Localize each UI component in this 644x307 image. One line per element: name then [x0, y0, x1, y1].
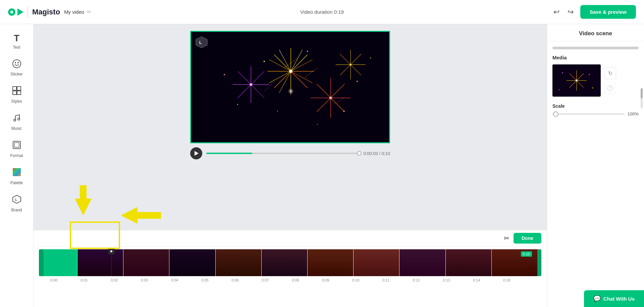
- sidebar-item-text[interactable]: T Text: [3, 30, 30, 53]
- media-thumbnail[interactable]: [552, 64, 601, 97]
- scale-slider-fill: [552, 113, 624, 115]
- svg-rect-6: [17, 91, 21, 95]
- refresh-media-button[interactable]: ↻: [604, 67, 616, 79]
- video-title-area: My video ✏: [64, 9, 91, 15]
- timeline-frame: [77, 249, 123, 276]
- sidebar-item-label-sticker: Sticker: [10, 72, 23, 76]
- time-mark-5: 0:05: [190, 278, 220, 282]
- timeline-frame: [262, 249, 307, 276]
- svg-point-8: [18, 118, 20, 120]
- scale-section-label: Scale: [552, 103, 639, 109]
- svg-point-40: [250, 83, 252, 86]
- svg-point-1: [15, 62, 16, 63]
- save-preview-button[interactable]: Save & preview: [580, 5, 636, 19]
- svg-point-2: [17, 62, 19, 63]
- bottom-toolbar: ✂ Done: [34, 230, 547, 247]
- palette-icon: [12, 167, 21, 179]
- header-left: Magisto My video ✏: [8, 6, 91, 18]
- text-icon: T: [14, 33, 19, 44]
- svg-point-58: [350, 64, 352, 66]
- right-panel-scrollbar[interactable]: [641, 88, 643, 108]
- svg-rect-15: [191, 32, 389, 142]
- scale-value: 100%: [628, 111, 639, 116]
- sidebar-item-palette[interactable]: Palette: [3, 164, 30, 189]
- timeline-frame: [354, 249, 399, 276]
- timeline-frames: 0:10: [44, 249, 537, 276]
- sidebar-item-brand[interactable]: L Brand: [3, 191, 30, 216]
- svg-point-49: [329, 97, 332, 99]
- sidebar-item-format[interactable]: Format: [3, 137, 30, 161]
- time-mark-6: 0:06: [220, 278, 250, 282]
- playhead-handle: [108, 248, 115, 254]
- timeline-left-handle[interactable]: [39, 249, 44, 276]
- chat-with-us-button[interactable]: 💬 Chat With Us: [584, 290, 644, 307]
- sidebar-item-label-music: Music: [11, 126, 22, 131]
- svg-point-90: [592, 88, 593, 89]
- refresh-icon: ↻: [608, 70, 612, 76]
- timeline-frame: [399, 249, 445, 276]
- chat-icon: 💬: [593, 295, 601, 302]
- svg-rect-4: [17, 87, 21, 90]
- svg-point-60: [307, 51, 308, 52]
- redo-button[interactable]: ↪: [566, 6, 575, 18]
- scrollbar-thumb[interactable]: [641, 88, 643, 98]
- svg-point-67: [224, 74, 225, 75]
- scissors-icon[interactable]: ✂: [504, 234, 509, 242]
- sidebar-item-music[interactable]: Music: [3, 110, 30, 134]
- sidebar-item-sticker[interactable]: Sticker: [3, 56, 30, 80]
- time-mark-2: 0:02: [99, 278, 129, 282]
- svg-point-0: [13, 60, 21, 68]
- header: Magisto My video ✏ Video duration 0:19 ↩…: [0, 0, 644, 24]
- clock-icon: 🕐: [607, 85, 613, 91]
- scale-row: 100%: [552, 111, 639, 116]
- done-button[interactable]: Done: [514, 233, 541, 244]
- logo-play-icon: [17, 8, 23, 16]
- media-section-label: Media: [552, 55, 639, 60]
- svg-marker-77: [121, 207, 161, 224]
- timeline-right-handle[interactable]: [537, 249, 541, 276]
- timeline-frame: [169, 249, 215, 276]
- sidebar-item-label-text: Text: [13, 45, 20, 50]
- svg-rect-3: [13, 87, 16, 90]
- playhead-dot: [110, 250, 112, 252]
- time-mark-7: 0:07: [250, 278, 280, 282]
- time-display: 0:00:03 / 0:10: [363, 151, 390, 156]
- undo-button[interactable]: ↩: [552, 6, 561, 18]
- sidebar-item-label-styles: Styles: [11, 99, 22, 104]
- time-mark-14: 0:14: [462, 278, 492, 282]
- svg-point-87: [576, 80, 578, 82]
- video-title: My video: [64, 9, 84, 15]
- scale-slider-thumb[interactable]: [553, 111, 558, 117]
- play-button[interactable]: [190, 147, 202, 159]
- chat-label: Chat With Us: [603, 296, 635, 302]
- svg-text:L: L: [15, 198, 17, 202]
- edit-title-icon[interactable]: ✏: [87, 9, 91, 15]
- video-duration: Video duration 0:19: [300, 9, 344, 15]
- timeline-frame: [308, 249, 353, 276]
- right-panel-title: Video scene: [547, 24, 644, 41]
- time-mark-8: 0:08: [280, 278, 311, 282]
- progress-bar[interactable]: [206, 153, 359, 154]
- timeline-frame-green: [44, 249, 77, 276]
- svg-point-73: [289, 90, 292, 93]
- svg-point-7: [14, 119, 16, 121]
- schedule-media-button[interactable]: 🕐: [604, 82, 616, 94]
- logo-circle-icon: [8, 8, 15, 16]
- sidebar: T Text Sticker Styles Music Format: [0, 24, 34, 307]
- scale-slider[interactable]: [552, 113, 624, 115]
- fireworks-display: L: [191, 32, 389, 142]
- logo-icons: Magisto: [8, 6, 60, 18]
- timeline-track[interactable]: 0:10: [39, 249, 541, 276]
- svg-point-63: [317, 124, 318, 125]
- media-thumb-inner: [552, 64, 601, 97]
- svg-point-62: [237, 104, 238, 105]
- sidebar-item-styles[interactable]: Styles: [3, 83, 30, 107]
- time-mark-10: 0:10: [341, 278, 371, 282]
- hex-badge: L: [195, 36, 208, 50]
- time-ruler: 0:00 0:01 0:02 0:03 0:04 0:05 0:06 0:07 …: [39, 276, 541, 282]
- svg-point-59: [264, 61, 265, 62]
- playhead[interactable]: [111, 249, 112, 276]
- time-mark-18: 0:18: [492, 278, 522, 282]
- svg-point-31: [289, 70, 292, 73]
- scroll-indicator: [552, 47, 639, 49]
